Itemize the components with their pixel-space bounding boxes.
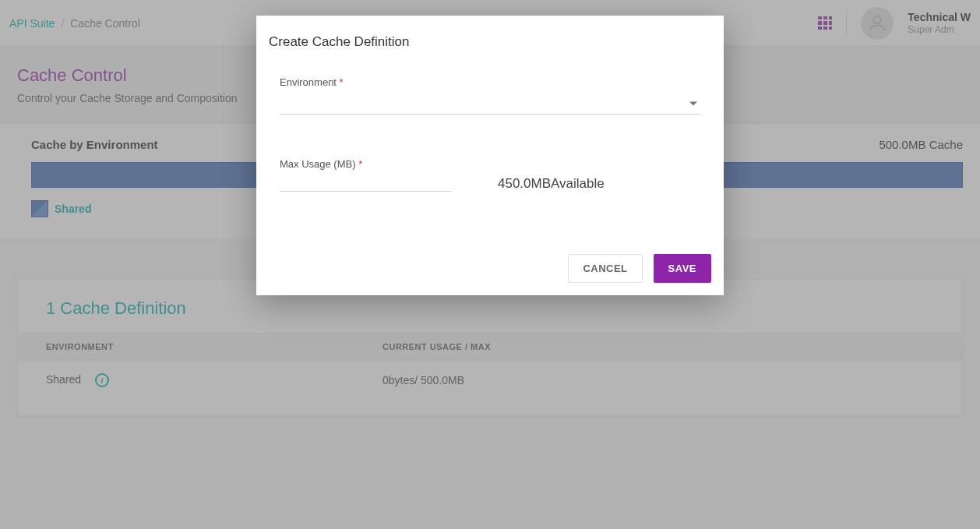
modal-title: Create Cache Definition bbox=[269, 34, 711, 50]
modal-overlay: Create Cache Definition Environment * Ma… bbox=[0, 0, 980, 529]
environment-field-label: Environment * bbox=[280, 76, 700, 88]
available-label: 450.0MBAvailable bbox=[498, 176, 605, 192]
create-cache-definition-modal: Create Cache Definition Environment * Ma… bbox=[256, 16, 724, 295]
chevron-down-icon bbox=[689, 101, 697, 105]
max-usage-field-label: Max Usage (MB) * bbox=[280, 158, 451, 170]
max-usage-input[interactable] bbox=[280, 175, 451, 192]
save-button[interactable]: SAVE bbox=[654, 254, 711, 283]
environment-select[interactable] bbox=[280, 93, 700, 115]
cancel-button[interactable]: CANCEL bbox=[568, 254, 642, 283]
